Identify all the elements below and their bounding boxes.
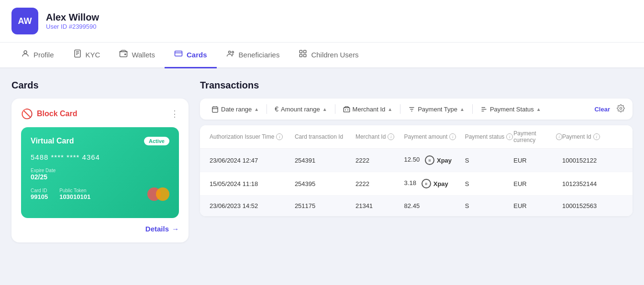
chevron-up-icon-5: ▲ (536, 107, 541, 112)
main-content: Cards 🚫 Block Card ⋮ Virtual Card Active… (0, 68, 644, 254)
user-info: Alex Willow User ID #2399590 (46, 12, 99, 30)
cell-auth-time-3: 23/06/2023 14:52 (210, 202, 295, 209)
payment-status-filter[interactable]: Payment Status ▲ (477, 104, 545, 115)
header-card-tx: Card transaction Id (295, 130, 355, 143)
filters-row: Date range ▲ € Amount range ▲ Merchant I… (200, 99, 633, 120)
svg-rect-13 (300, 55, 302, 57)
svg-rect-15 (212, 107, 218, 112)
info-icon-payment-id[interactable]: i (593, 133, 600, 140)
details-label: Details (145, 225, 169, 233)
header-auth-time: Authorization Issuer Time i (210, 130, 295, 143)
virtual-card: Virtual Card Active 5488 **** **** 4364 … (21, 127, 179, 218)
payment-type-filter[interactable]: Payment Type ▲ (404, 104, 468, 115)
calendar-icon (211, 106, 219, 113)
cell-status-1: S (465, 157, 514, 164)
cards-title: Cards (11, 80, 189, 91)
header-currency: Payment currency i (513, 130, 562, 143)
cell-amount-3: 82.45 (404, 202, 465, 209)
cell-status-2: S (465, 180, 514, 187)
info-icon-currency[interactable]: i (556, 133, 562, 140)
svg-point-6 (125, 54, 126, 55)
block-card-button[interactable]: 🚫 Block Card (21, 108, 77, 120)
block-card-label: Block Card (37, 110, 77, 118)
card-status-badge: Active (144, 137, 169, 145)
xpay-icon-1: ii (425, 155, 434, 165)
header-merchant-id: Merchant Id i (355, 130, 404, 143)
merchant-id-filter[interactable]: Merchant Id ▲ (339, 104, 397, 115)
transactions-table: Authorization Issuer Time i Card transac… (200, 125, 633, 216)
payment-type-label: Payment Type (418, 106, 457, 113)
nav-item-beneficiaries[interactable]: Beneficiaries (217, 43, 289, 68)
svg-rect-19 (344, 108, 350, 112)
card-meta: Expire Date 02/25 (31, 168, 169, 181)
settings-icon[interactable] (617, 104, 625, 114)
header-payment-id: Payment Id i (562, 130, 623, 143)
cards-icon (174, 49, 183, 60)
info-icon-amount[interactable]: i (449, 133, 456, 140)
table-row[interactable]: 23/06/2024 12:47 254391 2222 12.50 ii Xp… (200, 149, 633, 172)
chevron-up-icon-2: ▲ (322, 107, 327, 112)
nav-label-beneficiaries: Beneficiaries (239, 51, 280, 59)
card-header: Virtual Card Active (31, 137, 169, 145)
table-row[interactable]: 23/06/2023 14:52 251175 21341 82.45 S EU… (200, 196, 633, 216)
cell-auth-time-2: 15/05/2024 11:18 (210, 180, 295, 187)
details-link[interactable]: Details → (21, 225, 179, 233)
cell-status-3: S (465, 202, 514, 209)
status-icon (480, 106, 488, 113)
filter-divider-3 (400, 104, 400, 114)
header-payment-status: Payment status i (465, 130, 514, 143)
svg-point-28 (620, 107, 622, 109)
cell-payment-id-1: 1000152122 (562, 157, 623, 164)
date-range-label: Date range (221, 106, 252, 113)
payment-status-label: Payment Status (490, 106, 534, 113)
info-icon-merchant[interactable]: i (388, 133, 394, 140)
merchant-id-label: Merchant Id (353, 106, 386, 113)
cell-currency-1: EUR (513, 157, 562, 164)
date-range-filter[interactable]: Date range ▲ (208, 104, 263, 115)
navigation: Profile KYC Wallets Cards Beneficiaries … (0, 43, 644, 68)
cell-merchant-3: 21341 (355, 202, 404, 209)
arrow-right-icon: → (172, 225, 179, 233)
filter-icon (408, 106, 415, 113)
info-icon-status[interactable]: i (506, 133, 513, 140)
transactions-panel: Transactions Date range ▲ € Amount range… (200, 80, 633, 242)
chevron-up-icon-4: ▲ (460, 107, 465, 112)
filter-divider (266, 104, 267, 114)
children-icon (299, 49, 307, 60)
table-row[interactable]: 15/05/2024 11:18 254395 2222 3.18 ii Xpa… (200, 172, 633, 196)
public-token-value: 103010101 (59, 193, 90, 200)
cell-card-tx-3: 251175 (295, 202, 355, 209)
info-icon-auth[interactable]: i (276, 133, 283, 140)
filter-divider-4 (472, 104, 473, 114)
amount-range-filter[interactable]: € Amount range ▲ (271, 103, 331, 115)
cell-amount-2: 3.18 ii Xpay (404, 179, 465, 188)
page-header: AW Alex Willow User ID #2399590 (0, 0, 644, 43)
chevron-up-icon-3: ▲ (388, 107, 392, 112)
cell-currency-2: EUR (513, 180, 562, 187)
nav-item-wallets[interactable]: Wallets (110, 43, 165, 68)
more-options-icon[interactable]: ⋮ (170, 109, 179, 119)
nav-item-profile[interactable]: Profile (11, 43, 64, 68)
user-id: User ID #2399590 (46, 23, 99, 30)
xpay-badge-1: ii Xpay (425, 155, 452, 165)
card-name: Virtual Card (31, 137, 74, 145)
filter-divider-2 (335, 104, 335, 114)
amount-range-label: Amount range (281, 106, 320, 113)
cards-panel: Cards 🚫 Block Card ⋮ Virtual Card Active… (11, 80, 189, 242)
nav-item-children[interactable]: Children Users (289, 43, 368, 68)
nav-label-wallets: Wallets (132, 51, 155, 59)
public-token-label: Public Token (59, 188, 90, 193)
nav-label-cards: Cards (187, 51, 207, 59)
block-card-row: 🚫 Block Card ⋮ (21, 108, 179, 120)
svg-rect-12 (304, 50, 306, 53)
expire-label: Expire Date (31, 168, 56, 173)
nav-label-kyc: KYC (86, 51, 100, 59)
clear-button[interactable]: Clear (594, 106, 610, 113)
card-id-group: Card ID 99105 (31, 188, 48, 200)
nav-label-profile: Profile (33, 51, 54, 59)
header-payment-amount: Payment amount i (404, 130, 465, 143)
svg-point-10 (232, 51, 233, 53)
nav-item-kyc[interactable]: KYC (64, 43, 110, 68)
user-name: Alex Willow (46, 12, 99, 23)
nav-item-cards[interactable]: Cards (165, 43, 217, 68)
